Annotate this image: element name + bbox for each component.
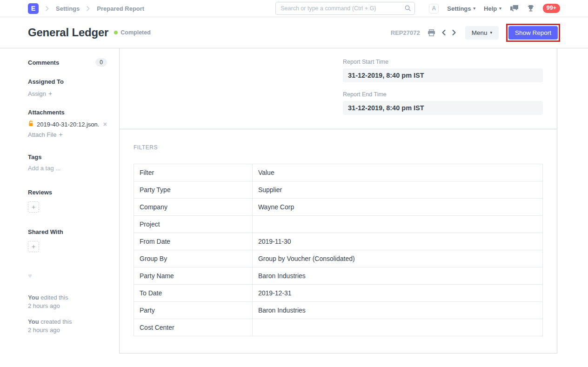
activity-who: You xyxy=(28,294,39,301)
activity-who: You xyxy=(28,318,39,325)
show-report-button[interactable]: Show Report xyxy=(508,26,558,40)
filter-value-cell xyxy=(252,216,542,233)
form-column-right: Report Start Time 31-12-2019, 8:40 pm IS… xyxy=(343,59,543,115)
filter-value-cell: Supplier xyxy=(252,181,542,199)
status-indicator: Completed xyxy=(114,29,151,36)
form-section-times: Report Start Time 31-12-2019, 8:40 pm IS… xyxy=(120,48,557,129)
plus-icon: + xyxy=(59,131,62,138)
filter-value-cell: Wayne Corp xyxy=(252,199,542,216)
filter-name-cell: Company xyxy=(134,199,253,216)
share-button[interactable]: + xyxy=(28,241,39,252)
remove-attachment-icon[interactable]: × xyxy=(103,120,107,128)
activity-entry: You edited this 2 hours ago xyxy=(28,294,107,310)
settings-dropdown-label: Settings xyxy=(447,5,471,12)
attachments-label: Attachments xyxy=(28,109,107,116)
menu-button-label: Menu xyxy=(472,29,488,36)
main-content: Report Start Time 31-12-2019, 8:40 pm IS… xyxy=(119,48,557,367)
filter-name-cell: Party Name xyxy=(134,267,253,285)
page-head: General Ledger Completed REP27072 Menu ▾… xyxy=(0,17,588,48)
activity-when: 2 hours ago xyxy=(28,302,107,310)
help-dropdown[interactable]: Help ▾ xyxy=(484,5,501,12)
breadcrumb: E Settings Prepared Report xyxy=(28,3,275,14)
chevron-down-icon: ▾ xyxy=(499,6,501,11)
attachment-file-link[interactable]: 2019-40-31-20:12.json... xyxy=(37,121,100,128)
avatar[interactable]: A xyxy=(429,4,439,13)
filter-name-cell: Party xyxy=(134,302,253,319)
chevron-down-icon: ▾ xyxy=(490,30,492,35)
activity-log: You edited this 2 hours ago You created … xyxy=(28,294,107,334)
settings-dropdown[interactable]: Settings ▾ xyxy=(447,5,475,12)
lock-open-icon xyxy=(28,120,34,128)
chevron-right-icon xyxy=(86,6,91,11)
breadcrumb-settings[interactable]: Settings xyxy=(56,5,80,12)
table-row: From Date 2019-11-30 xyxy=(134,233,543,250)
filter-value-cell: Baron Industries xyxy=(252,267,542,285)
app-logo-letter: E xyxy=(31,5,35,12)
plus-icon: + xyxy=(48,90,52,97)
breadcrumb-prepared-report[interactable]: Prepared Report xyxy=(97,5,144,12)
table-row: Company Wayne Corp xyxy=(134,199,543,216)
filter-name-cell: Project xyxy=(134,216,253,233)
table-row: To Date 2019-12-31 xyxy=(134,285,543,302)
chevron-down-icon: ▾ xyxy=(474,6,476,11)
status-dot-icon xyxy=(114,31,118,34)
page-head-left: General Ledger Completed xyxy=(28,26,391,39)
form-section-filters: Filters Filter Value Party Type Supplier… xyxy=(120,129,557,353)
chevron-right-icon xyxy=(45,6,50,11)
annotation-highlight: Show Report xyxy=(506,24,560,42)
page-body: Comments 0 Assigned To Assign + Attachme… xyxy=(0,48,588,367)
assign-button[interactable]: Assign + xyxy=(28,90,52,97)
attach-file-label: Attach File xyxy=(28,131,56,138)
activity-action: created this xyxy=(40,318,72,325)
status-badge: Completed xyxy=(120,29,151,36)
like-heart-icon[interactable]: ♥ xyxy=(28,272,107,280)
table-row: Project xyxy=(134,216,543,233)
document-id: REP27072 xyxy=(391,29,420,36)
form-sidebar: Comments 0 Assigned To Assign + Attachme… xyxy=(0,48,119,367)
filter-value-cell: Group by Voucher (Consolidated) xyxy=(252,250,542,267)
table-row: Party Name Baron Industries xyxy=(134,267,543,285)
search-input[interactable] xyxy=(275,2,415,15)
activity-when: 2 hours ago xyxy=(28,326,107,334)
activity-entry: You created this 2 hours ago xyxy=(28,318,107,334)
attachment-item: 2019-40-31-20:12.json... × xyxy=(28,120,107,128)
menu-button[interactable]: Menu ▾ xyxy=(465,26,499,40)
next-document-icon[interactable] xyxy=(451,29,457,36)
field-label: Report Start Time xyxy=(343,59,543,65)
prev-document-icon[interactable] xyxy=(441,29,447,36)
field-report-start-time: Report Start Time 31-12-2019, 8:40 pm IS… xyxy=(343,59,543,82)
table-row: Cost Center xyxy=(134,319,543,336)
sidebar-item-comments[interactable]: Comments 0 xyxy=(28,58,107,67)
assign-label: Assign xyxy=(28,90,46,97)
search-icon xyxy=(404,5,411,13)
filters-table: Filter Value Party Type Supplier Company… xyxy=(134,164,543,336)
navbar: E Settings Prepared Report A Settings ▾ … xyxy=(0,0,588,17)
comments-label: Comments xyxy=(28,59,59,66)
field-report-end-time: Report End Time 31-12-2019, 8:40 pm IST xyxy=(343,91,543,115)
form-column-empty xyxy=(134,59,334,115)
field-label: Report End Time xyxy=(343,91,543,98)
filter-name-cell: To Date xyxy=(134,285,253,302)
filter-name-cell: From Date xyxy=(134,233,253,250)
column-header-filter: Filter xyxy=(134,164,253,181)
reviews-label: Reviews xyxy=(28,189,107,196)
filter-value-cell xyxy=(252,319,542,336)
add-review-button[interactable]: + xyxy=(28,201,39,213)
field-value: 31-12-2019, 8:40 pm IST xyxy=(343,68,543,82)
attach-file-button[interactable]: Attach File + xyxy=(28,131,63,138)
table-row: Party Baron Industries xyxy=(134,302,543,319)
global-search xyxy=(275,2,415,15)
column-header-value: Value xyxy=(252,164,542,181)
trophy-icon[interactable] xyxy=(527,5,535,12)
assigned-to-label: Assigned To xyxy=(28,78,107,85)
table-header-row: Filter Value xyxy=(134,164,543,181)
app-logo[interactable]: E xyxy=(28,3,39,14)
chat-icon[interactable] xyxy=(510,5,519,13)
help-dropdown-label: Help xyxy=(484,5,497,12)
add-tag-input[interactable]: Add a tag ... xyxy=(28,165,107,172)
notifications-badge[interactable]: 99+ xyxy=(543,4,560,13)
avatar-letter: A xyxy=(432,5,436,12)
activity-action: edited this xyxy=(40,294,68,301)
filter-value-cell: 2019-11-30 xyxy=(252,233,542,250)
print-icon[interactable] xyxy=(427,29,436,36)
